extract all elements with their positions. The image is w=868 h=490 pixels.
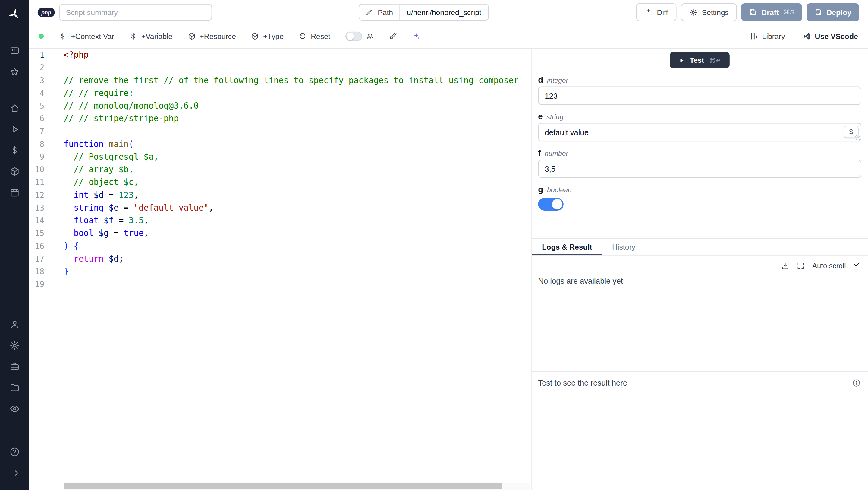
- line-numbers: 12345678910111213141516171819: [29, 49, 44, 490]
- field-input-d[interactable]: [538, 87, 861, 105]
- tab-history[interactable]: History: [602, 239, 645, 255]
- horizontal-scrollbar[interactable]: [64, 483, 502, 489]
- sidebar: [0, 0, 29, 490]
- sidebar-item-schedules[interactable]: [3, 182, 25, 203]
- sidebar-collapse-button[interactable]: [3, 462, 25, 483]
- field-label-d: d integer: [538, 75, 861, 84]
- code-line[interactable]: // // require:: [64, 87, 531, 99]
- reset-label: Reset: [311, 32, 330, 41]
- ai-assistant-button[interactable]: [412, 32, 421, 41]
- multiplayer-toggle[interactable]: [345, 32, 362, 41]
- test-button[interactable]: Test ⌘↵: [670, 52, 730, 68]
- code-line[interactable]: string $e = "default value",: [64, 202, 531, 214]
- header-actions: Diff Settings Draft ⌘S Deploy: [636, 3, 859, 21]
- line-number: 4: [29, 87, 44, 99]
- sidebar-item-favorites[interactable]: [3, 61, 25, 82]
- code-line[interactable]: return $d;: [64, 253, 531, 265]
- draft-button[interactable]: Draft ⌘S: [741, 3, 802, 21]
- code-line[interactable]: // remove the first // of the following …: [64, 74, 531, 87]
- code-line[interactable]: int $d = 123,: [64, 189, 531, 202]
- test-panel: Test ⌘↵ d integer e string: [532, 49, 868, 490]
- windmill-logo[interactable]: [8, 7, 21, 22]
- code-token: $d: [109, 254, 119, 264]
- code-token: int: [73, 190, 89, 200]
- field-type: number: [545, 150, 568, 157]
- diff-icon: [644, 8, 652, 17]
- sidebar-item-workers[interactable]: [3, 356, 25, 377]
- code-token: ;: [119, 254, 124, 264]
- code-line[interactable]: [64, 278, 531, 291]
- path-label: Path: [378, 8, 393, 17]
- auto-scroll-checkbox[interactable]: [853, 260, 861, 270]
- diff-button[interactable]: Diff: [636, 3, 676, 21]
- summary-input[interactable]: [59, 4, 212, 21]
- download-icon[interactable]: [781, 261, 789, 270]
- code-line[interactable]: // array $b,: [64, 164, 531, 176]
- edit-path-button[interactable]: Path: [360, 4, 400, 20]
- field-input-e[interactable]: [538, 123, 861, 142]
- sparkles-icon: [412, 32, 421, 41]
- code-line[interactable]: <?php: [64, 49, 531, 62]
- auto-scroll-label[interactable]: Auto scroll: [812, 261, 846, 270]
- code-lines[interactable]: <?php// remove the first // of the follo…: [44, 49, 531, 490]
- package-icon: [187, 32, 196, 41]
- line-number: 16: [29, 240, 44, 253]
- info-icon[interactable]: [852, 378, 861, 389]
- path-value[interactable]: u/henri/honored_script: [400, 8, 489, 17]
- add-variable-label: +Variable: [141, 32, 173, 41]
- add-variable-button[interactable]: +Variable: [129, 32, 173, 41]
- code-token: ,: [144, 215, 149, 225]
- code-line[interactable]: // object $c,: [64, 176, 531, 189]
- sidebar-item-variables[interactable]: [3, 140, 25, 161]
- sidebar-item-user[interactable]: [3, 314, 25, 335]
- code-line[interactable]: [64, 125, 531, 138]
- code-line[interactable]: // // stripe/stripe-php: [64, 113, 531, 125]
- deploy-button[interactable]: Deploy: [807, 3, 859, 21]
- add-context-var-label: +Context Var: [71, 32, 114, 41]
- use-vscode-button[interactable]: Use VScode: [803, 32, 858, 41]
- code-token: [64, 165, 73, 175]
- star-icon: [9, 66, 20, 77]
- briefcase-icon: [9, 361, 20, 372]
- add-context-var-button[interactable]: +Context Var: [59, 32, 114, 41]
- test-shortcut: ⌘↵: [709, 56, 721, 64]
- field-input-f[interactable]: [538, 160, 861, 178]
- sidebar-item-help[interactable]: [3, 441, 25, 462]
- sidebar-item-workspace[interactable]: [3, 40, 25, 61]
- package-icon: [251, 32, 259, 41]
- sidebar-item-home[interactable]: [3, 97, 25, 119]
- sidebar-item-runs[interactable]: [3, 119, 25, 140]
- library-button[interactable]: Library: [750, 32, 785, 41]
- code-editor[interactable]: 12345678910111213141516171819 <?php// re…: [29, 49, 532, 490]
- code-line[interactable]: function main(: [64, 138, 531, 150]
- code-line[interactable]: ) {: [64, 240, 531, 253]
- add-resource-button[interactable]: +Resource: [187, 32, 236, 41]
- expand-icon[interactable]: [797, 261, 805, 270]
- line-number: 8: [29, 138, 44, 150]
- add-type-button[interactable]: +Type: [251, 32, 284, 41]
- code-line[interactable]: // // monolog/monolog@3.6.0: [64, 100, 531, 113]
- gear-icon: [689, 8, 698, 17]
- sidebar-item-folders[interactable]: [3, 377, 25, 398]
- code-line[interactable]: // Postgresql $a,: [64, 151, 531, 164]
- top-header: php Path u/henri/honored_script Diff Set…: [29, 0, 868, 24]
- settings-button[interactable]: Settings: [681, 3, 737, 21]
- code-line[interactable]: [64, 62, 531, 74]
- test-button-label: Test: [690, 56, 704, 64]
- sidebar-item-settings[interactable]: [3, 335, 25, 356]
- code-token: // Postgresql $a,: [73, 152, 158, 162]
- code-token: 123: [119, 190, 134, 200]
- sidebar-item-audit[interactable]: [3, 398, 25, 419]
- field-name: d: [538, 75, 543, 84]
- code-token: =: [119, 203, 134, 213]
- sidebar-item-resources[interactable]: [3, 161, 25, 182]
- resize-grip[interactable]: [855, 135, 860, 140]
- code-line[interactable]: }: [64, 265, 531, 278]
- tab-logs-result[interactable]: Logs & Result: [532, 239, 602, 255]
- format-code-button[interactable]: [389, 32, 398, 41]
- code-token: [104, 139, 109, 149]
- reset-button[interactable]: Reset: [299, 32, 330, 41]
- code-line[interactable]: bool $g = true,: [64, 227, 531, 240]
- code-line[interactable]: float $f = 3.5,: [64, 214, 531, 227]
- boolean-toggle[interactable]: [538, 198, 563, 211]
